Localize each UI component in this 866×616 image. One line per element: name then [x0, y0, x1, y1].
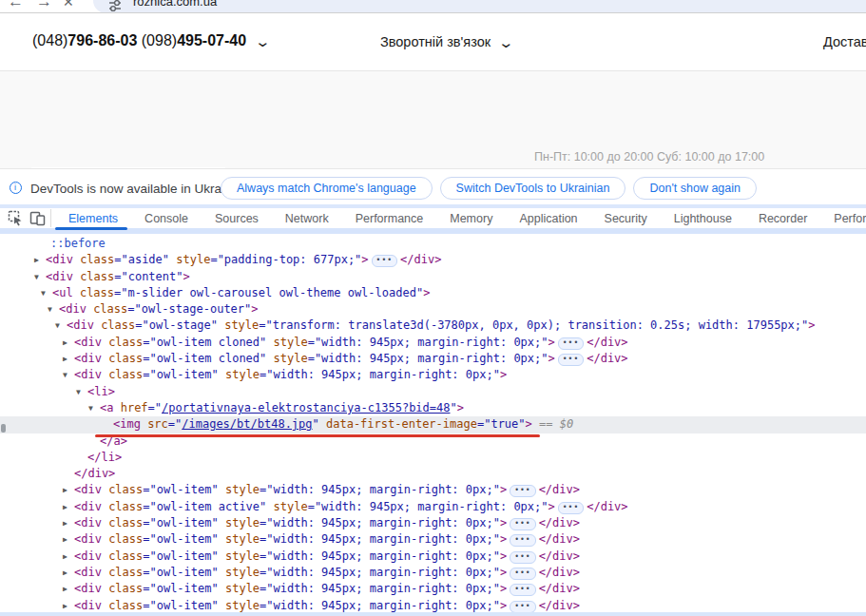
expand-arrow-open-icon[interactable]: ▼ — [41, 285, 46, 301]
code-token: style — [274, 500, 308, 513]
code-token: > — [500, 549, 507, 563]
code-token: style — [225, 368, 260, 381]
tab-sources[interactable]: Sources — [202, 208, 272, 228]
inline-expand-button[interactable]: ••• — [510, 485, 535, 497]
dom-tree-line[interactable]: ▶<div class="owl-item" style="width: 945… — [0, 531, 866, 548]
back-icon[interactable]: ← — [8, 0, 24, 11]
inline-expand-button[interactable]: ••• — [510, 534, 535, 547]
dom-tree-line[interactable]: ▼<div class="owl-stage-outer"> — [0, 301, 866, 318]
dom-tree-line[interactable]: ▼<a href="/portativnaya-elektrostanciya-… — [0, 400, 866, 416]
panel-bottom-strip — [0, 612, 866, 616]
code-token: > — [526, 417, 532, 431]
expand-arrow-closed-icon[interactable]: ▶ — [63, 531, 67, 548]
working-hours: Пн-Пт: 10:00 до 20:00 Суб: 10:00 до 17:0… — [534, 150, 764, 164]
expand-arrow-closed-icon[interactable]: ▶ — [34, 252, 39, 268]
code-token: <div — [74, 516, 108, 529]
inline-expand-button[interactable]: ••• — [510, 584, 535, 596]
delivery-link[interactable]: Доставка — [823, 34, 866, 49]
phone-numbers[interactable]: (048)796-86-03 (098)495-07-40 ⌄ — [32, 32, 268, 50]
expand-arrow-closed-icon[interactable]: ▶ — [63, 335, 67, 351]
expand-arrow-closed-icon[interactable]: ▶ — [63, 581, 67, 597]
url-text[interactable]: roznica.com.ua — [133, 0, 217, 9]
tab-console[interactable]: Console — [131, 208, 202, 228]
code-token: ="owl-item" — [143, 566, 225, 579]
code-token: ="content" — [114, 270, 183, 283]
dom-tree-line[interactable]: ::before — [0, 236, 866, 252]
tab-performance[interactable]: Performance — [342, 208, 437, 228]
dom-tree-line[interactable]: ▶<div class="owl-item" style="width: 945… — [0, 581, 866, 597]
expand-arrow-closed-icon[interactable]: ▶ — [63, 499, 67, 515]
dom-tree-line[interactable]: </li> — [0, 450, 866, 466]
code-token: > — [548, 336, 555, 349]
feedback-link[interactable]: Зворотній зв'язок ⌄ — [380, 34, 512, 51]
tab-network[interactable]: Network — [272, 208, 342, 228]
expand-arrow-open-icon[interactable]: ▼ — [34, 269, 39, 285]
code-token: <div — [59, 302, 93, 316]
code-token: class — [108, 483, 143, 496]
dom-tree-line[interactable]: ▶<div class="owl-item cloned" style="wid… — [0, 351, 866, 367]
resource-link[interactable]: /images/bt/bt48.jpg — [182, 417, 312, 431]
inline-expand-button[interactable]: ••• — [510, 601, 535, 613]
code-token: <ul — [52, 286, 80, 299]
forward-icon[interactable]: → — [36, 0, 52, 11]
resource-link[interactable]: /portativnaya-elektrostanciya-c1355?bid=… — [162, 401, 450, 414]
code-token: class — [80, 286, 114, 299]
tab-security[interactable]: Security — [591, 208, 661, 228]
expand-arrow-closed-icon[interactable]: ▶ — [63, 549, 67, 565]
inline-expand-button[interactable]: ••• — [558, 354, 584, 366]
expand-arrow-closed-icon[interactable]: ▶ — [63, 482, 67, 498]
stop-reload-icon[interactable]: ✕ — [63, 0, 74, 10]
dom-tree-line[interactable]: ▼<div class="owl-item" style="width: 945… — [0, 367, 866, 383]
always-match-chrome-language-button[interactable]: Always match Chrome's language — [221, 177, 433, 200]
switch-devtools-to-ukrainian-button[interactable]: Switch DevTools to Ukrainian — [440, 177, 626, 200]
dont-show-again-button[interactable]: Don't show again — [633, 177, 757, 200]
dom-tree-line[interactable]: ▶<div class="owl-item active" style="wid… — [0, 499, 866, 515]
inline-expand-button[interactable]: ••• — [372, 255, 397, 267]
code-token: href — [121, 401, 148, 414]
dom-tree-line[interactable]: ▶<div class="owl-item" style="width: 945… — [0, 482, 866, 498]
dom-tree-line[interactable]: ▶<div class="owl-item cloned" style="wid… — [0, 335, 866, 351]
dom-tree-line[interactable]: ▶<div class="owl-item" style="width: 945… — [0, 515, 866, 531]
expand-arrow-open-icon[interactable]: ▼ — [48, 301, 52, 318]
expand-arrow-open-icon[interactable]: ▼ — [88, 400, 93, 416]
code-token: style — [225, 566, 260, 579]
selected-row-marker — [1, 424, 6, 433]
dom-tree-line[interactable]: ▼<div class="content"> — [0, 269, 866, 285]
dom-tree-line[interactable]: ▼<li> — [0, 384, 866, 400]
dom-tree-line[interactable]: ▶<div class="owl-item" style="width: 945… — [0, 565, 866, 581]
inline-expand-button[interactable]: ••• — [510, 518, 535, 530]
dom-tree-line[interactable]: ▶<div class="owl-item" style="width: 945… — [0, 549, 866, 565]
expand-arrow-open-icon[interactable]: ▼ — [76, 384, 81, 400]
dom-tree-line[interactable]: ▼<ul class="m-slider owl-carousel owl-th… — [0, 285, 866, 301]
tab-recorder[interactable]: Recorder — [745, 208, 820, 228]
address-bar[interactable]: roznica.com.ua — [93, 0, 866, 13]
tab-memory[interactable]: Memory — [436, 208, 506, 228]
tab-lighthouse[interactable]: Lighthouse — [661, 208, 745, 228]
tab-elements[interactable]: Elements — [55, 208, 131, 228]
dom-tree-line[interactable]: ▼<div class="owl-stage" style="transform… — [0, 318, 866, 334]
code-token: </div> — [587, 352, 627, 365]
expand-arrow-closed-icon[interactable]: ▶ — [63, 565, 67, 581]
code-token: </div> — [539, 516, 580, 529]
tune-icon[interactable] — [108, 0, 122, 12]
tab-application[interactable]: Application — [506, 208, 590, 228]
code-token: > — [251, 302, 258, 316]
inline-expand-button[interactable]: ••• — [558, 502, 584, 514]
expand-arrow-open-icon[interactable]: ▼ — [55, 318, 60, 334]
device-toolbar-icon[interactable] — [29, 210, 46, 226]
chevron-down-icon[interactable]: ⌄ — [254, 33, 271, 50]
code-token: > — [457, 401, 464, 414]
dom-tree-line-selected[interactable]: <img src="/images/bt/bt48.jpg" data-firs… — [0, 416, 866, 433]
dom-tree-line[interactable]: ▶<div class="aside" style="padding-top: … — [0, 252, 866, 268]
inline-expand-button[interactable]: ••• — [558, 337, 584, 350]
expand-arrow-open-icon[interactable]: ▼ — [63, 367, 67, 383]
tab-performance-insights[interactable]: Performance insights — [820, 208, 866, 228]
code-token: " — [313, 417, 326, 431]
dom-tree-line[interactable]: </div> — [0, 466, 866, 482]
inline-expand-button[interactable]: ••• — [510, 568, 535, 580]
code-token: style — [176, 253, 210, 266]
inline-expand-button[interactable]: ••• — [510, 551, 535, 564]
inspect-icon[interactable] — [8, 210, 24, 226]
expand-arrow-closed-icon[interactable]: ▶ — [63, 515, 67, 531]
expand-arrow-closed-icon[interactable]: ▶ — [63, 351, 67, 367]
